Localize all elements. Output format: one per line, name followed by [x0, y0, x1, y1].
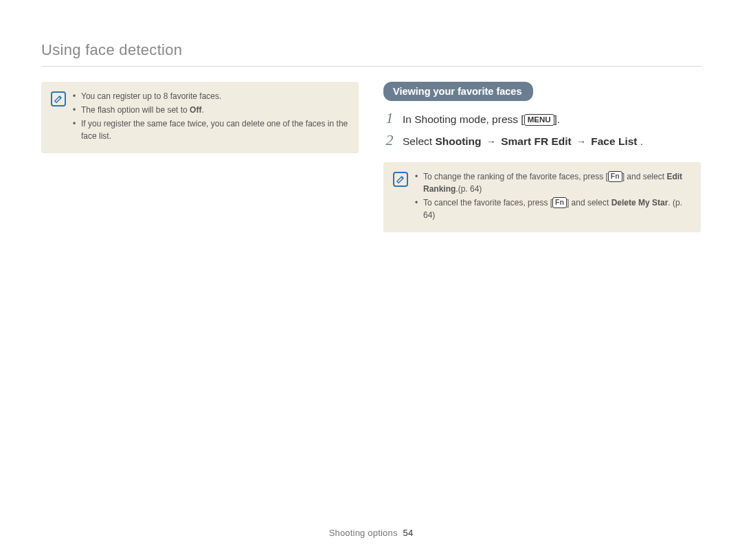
note-item: To change the ranking of the favorite fa…	[415, 170, 691, 195]
step-number: 1	[383, 111, 396, 126]
content-columns: You can register up to 8 favorite faces.…	[41, 82, 701, 232]
note-item: The flash option will be set to Off.	[73, 104, 349, 116]
note-item: You can register up to 8 favorite faces.	[73, 90, 349, 102]
right-column: Viewing your favorite faces 1 In Shootin…	[383, 82, 701, 232]
note-list-left: You can register up to 8 favorite faces.…	[73, 90, 349, 144]
arrow-right-icon: →	[484, 137, 498, 146]
section-heading: Viewing your favorite faces	[383, 82, 533, 101]
step-number: 2	[383, 133, 396, 148]
note-list-right: To change the ranking of the favorite fa…	[415, 170, 691, 223]
note-box-left: You can register up to 8 favorite faces.…	[41, 82, 359, 153]
page-footer: Shooting options 54	[0, 528, 742, 538]
fn-key: Fn	[608, 171, 622, 182]
page-title: Using face detection	[41, 41, 701, 67]
left-column: You can register up to 8 favorite faces.…	[41, 82, 359, 232]
step: 1 In Shooting mode, press [MENU].	[383, 111, 701, 127]
note-pencil-icon	[393, 172, 408, 187]
note-pencil-icon	[51, 91, 66, 107]
note-box-right: To change the ranking of the favorite fa…	[383, 162, 701, 232]
fn-key: Fn	[552, 197, 567, 208]
steps-list: 1 In Shooting mode, press [MENU]. 2 Sele…	[383, 111, 701, 150]
arrow-right-icon: →	[574, 137, 588, 146]
step-body: Select Shooting → Smart FR Edit → Face L…	[403, 134, 643, 149]
step: 2 Select Shooting → Smart FR Edit → Face…	[383, 133, 701, 149]
menu-key: MENU	[524, 114, 554, 126]
footer-page-number: 54	[401, 528, 414, 538]
note-item: If you register the same face twice, you…	[73, 117, 349, 142]
footer-section: Shooting options	[329, 528, 398, 538]
note-item: To cancel the favorite faces, press [Fn]…	[415, 197, 691, 221]
step-body: In Shooting mode, press [MENU].	[403, 112, 560, 127]
manual-page: Using face detection You can register up…	[0, 0, 742, 560]
